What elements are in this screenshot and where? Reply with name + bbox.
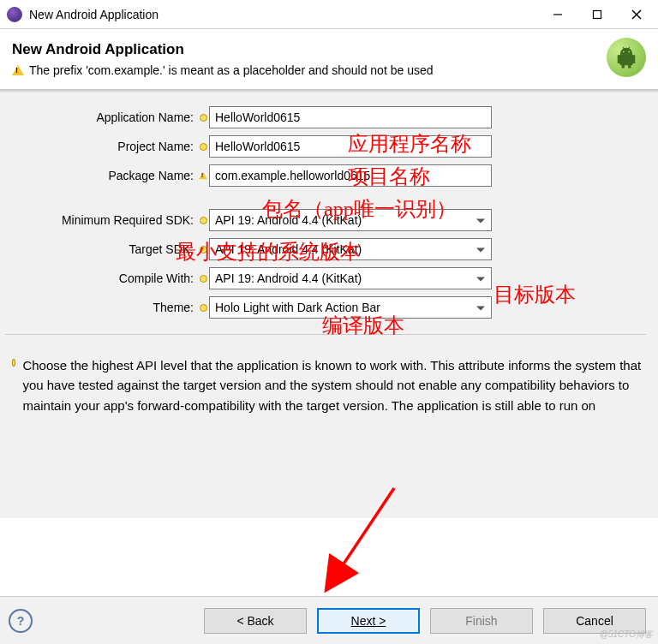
svg-point-5 — [628, 51, 630, 53]
lightbulb-icon — [200, 217, 207, 224]
help-icon[interactable]: ? — [9, 609, 33, 633]
lightbulb-icon — [200, 143, 207, 151]
target-sdk-select[interactable] — [209, 238, 492, 260]
android-icon — [607, 38, 646, 77]
help-box: Choose the highest API level that the ap… — [0, 349, 658, 518]
warning-icon — [12, 65, 24, 75]
lightbulb-icon — [200, 114, 207, 122]
app-name-label: Application Name: — [5, 110, 197, 124]
min-sdk-label: Minimum Required SDK: — [5, 213, 197, 227]
eclipse-icon — [7, 7, 22, 22]
compile-with-label: Compile With: — [5, 271, 197, 285]
maximize-button[interactable] — [577, 1, 617, 28]
watermark: @51CTO博客 — [600, 629, 653, 641]
project-name-label: Project Name: — [5, 140, 197, 153]
window-title: New Android Application — [29, 8, 538, 21]
form-area: Application Name: Project Name: Package … — [0, 92, 658, 349]
button-bar: ? < Back Next > Finish Cancel — [0, 596, 658, 644]
svg-rect-1 — [594, 10, 601, 18]
lightbulb-icon — [200, 275, 207, 283]
lightbulb-icon — [200, 304, 207, 312]
warning-row: The prefix 'com.example.' is meant as a … — [12, 63, 646, 77]
page-title: New Android Application — [12, 41, 646, 58]
package-name-input[interactable] — [209, 164, 492, 187]
back-button[interactable]: < Back — [204, 608, 307, 634]
close-button[interactable] — [617, 1, 656, 28]
package-name-label: Package Name: — [5, 169, 197, 182]
svg-point-4 — [623, 51, 625, 53]
lightbulb-icon — [12, 359, 15, 367]
finish-button[interactable]: Finish — [430, 608, 533, 634]
next-button[interactable]: Next > — [317, 608, 420, 634]
banner: New Android Application The prefix 'com.… — [0, 29, 658, 89]
warning-text: The prefix 'com.example.' is meant as a … — [29, 63, 434, 77]
compile-with-select[interactable] — [209, 267, 492, 289]
minimize-button[interactable] — [538, 1, 577, 28]
warning-icon — [199, 172, 207, 179]
project-name-input[interactable] — [209, 135, 492, 158]
app-name-input[interactable] — [209, 106, 492, 128]
theme-select[interactable] — [209, 296, 492, 319]
target-sdk-label: Target SDK: — [5, 242, 197, 256]
help-text: Choose the highest API level that the ap… — [22, 355, 646, 415]
titlebar: New Android Application — [0, 0, 658, 29]
help-separator — [5, 334, 646, 335]
min-sdk-select[interactable] — [209, 209, 492, 231]
lightbulb-icon — [200, 246, 207, 253]
theme-label: Theme: — [5, 301, 197, 314]
